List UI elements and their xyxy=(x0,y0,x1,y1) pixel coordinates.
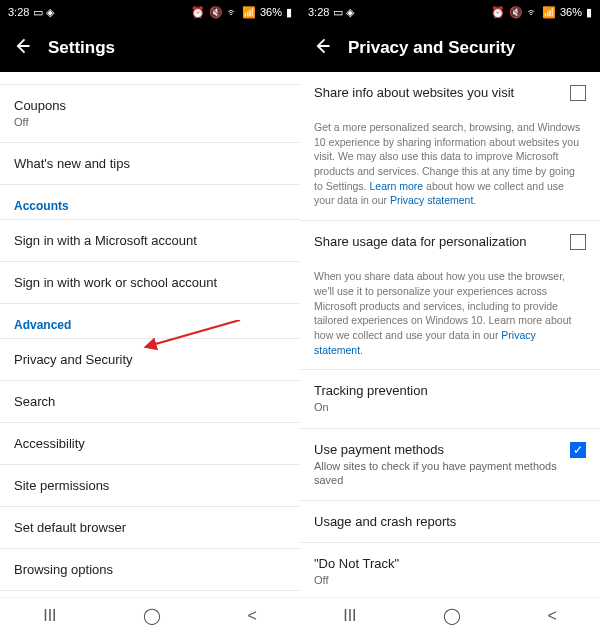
accounts-header: Accounts xyxy=(0,185,300,220)
recents-button[interactable]: III xyxy=(43,607,56,625)
mute-icon: 🔇 xyxy=(509,6,523,19)
back-sys-button[interactable]: < xyxy=(247,607,256,625)
browsingopts-row[interactable]: Browsing options xyxy=(0,549,300,591)
wifi-icon: ᯤ xyxy=(227,6,238,18)
battery-icon: ▮ xyxy=(586,6,592,19)
shareinfo-row[interactable]: Share info about websites you visit xyxy=(300,72,600,114)
shareusage-row[interactable]: Share usage data for personalization xyxy=(300,221,600,263)
search-row[interactable]: Search xyxy=(0,381,300,423)
battery-text: 36% xyxy=(560,6,582,18)
accessibility-row[interactable]: Accessibility xyxy=(0,423,300,465)
signin-ms-row[interactable]: Sign in with a Microsoft account xyxy=(0,220,300,262)
defbrowser-label: Set default browser xyxy=(14,520,286,535)
back-sys-button[interactable]: < xyxy=(547,607,556,625)
back-button[interactable] xyxy=(12,36,32,60)
page-title: Settings xyxy=(48,38,115,58)
shareinfo-label: Share info about websites you visit xyxy=(314,85,558,100)
siteperm-row[interactable]: Site permissions xyxy=(0,465,300,507)
tracking-row[interactable]: Tracking prevention On xyxy=(300,370,600,428)
notif-icon: ▭ ◈ xyxy=(33,6,54,19)
shareinfo-checkbox[interactable] xyxy=(570,85,586,101)
signal-icon: 📶 xyxy=(242,6,256,19)
mute-icon: 🔇 xyxy=(209,6,223,19)
battery-text: 36% xyxy=(260,6,282,18)
defbrowser-row[interactable]: Set default browser xyxy=(0,507,300,549)
advanced-header: Advanced xyxy=(0,304,300,339)
accessibility-label: Accessibility xyxy=(14,436,286,451)
home-button[interactable]: ◯ xyxy=(443,606,461,625)
recents-button[interactable]: III xyxy=(343,607,356,625)
tracking-label: Tracking prevention xyxy=(314,383,586,398)
whatsnew-label: What's new and tips xyxy=(14,156,286,171)
status-time: 3:28 xyxy=(8,6,29,18)
home-button[interactable]: ◯ xyxy=(143,606,161,625)
privacy-list[interactable]: Share info about websites you visit Get … xyxy=(300,72,600,597)
wifi-icon: ᯤ xyxy=(527,6,538,18)
app-bar: Settings xyxy=(0,24,300,72)
status-bar: 3:28 ▭ ◈ ⏰ 🔇 ᯤ 📶 36% ▮ xyxy=(300,0,600,24)
page-title: Privacy and Security xyxy=(348,38,515,58)
dnt-sub: Off xyxy=(314,573,586,587)
system-navbar: III ◯ < xyxy=(0,597,300,633)
privacy-label: Privacy and Security xyxy=(14,352,286,367)
usage-row[interactable]: Usage and crash reports xyxy=(300,501,600,543)
alarm-icon: ⏰ xyxy=(491,6,505,19)
coupons-label: Coupons xyxy=(14,98,286,113)
shareusage-label: Share usage data for personalization xyxy=(314,234,558,249)
alarm-icon: ⏰ xyxy=(191,6,205,19)
settings-list[interactable]: Coupons Off What's new and tips Accounts… xyxy=(0,72,300,597)
status-bar: 3:28 ▭ ◈ ⏰ 🔇 ᯤ 📶 36% ▮ xyxy=(0,0,300,24)
search-label: Search xyxy=(14,394,286,409)
privacy-statement-link[interactable]: Privacy statement xyxy=(390,194,473,206)
payment-row[interactable]: Use payment methods Allow sites to check… xyxy=(300,429,600,502)
privacy-row[interactable]: Privacy and Security xyxy=(0,339,300,381)
shareusage-checkbox[interactable] xyxy=(570,234,586,250)
shareusage-desc: When you share data about how you use th… xyxy=(300,263,600,370)
dnt-row[interactable]: "Do Not Track" Off xyxy=(300,543,600,597)
learn-more-link[interactable]: Learn more xyxy=(369,180,423,192)
signin-work-row[interactable]: Sign in with work or school account xyxy=(0,262,300,304)
browsingopts-label: Browsing options xyxy=(14,562,286,577)
signin-work-label: Sign in with work or school account xyxy=(14,275,286,290)
dnt-label: "Do Not Track" xyxy=(314,556,586,571)
usage-label: Usage and crash reports xyxy=(314,514,586,529)
shareinfo-desc-t3: . xyxy=(473,194,476,206)
whatsnew-row[interactable]: What's new and tips xyxy=(0,143,300,185)
coupons-sub: Off xyxy=(14,115,286,129)
status-time: 3:28 xyxy=(308,6,329,18)
tracking-sub: On xyxy=(314,400,586,414)
battery-icon: ▮ xyxy=(286,6,292,19)
signal-icon: 📶 xyxy=(542,6,556,19)
back-button[interactable] xyxy=(312,36,332,60)
shareusage-desc-t2: . xyxy=(360,344,363,356)
payment-checkbox[interactable]: ✓ xyxy=(570,442,586,458)
signin-ms-label: Sign in with a Microsoft account xyxy=(14,233,286,248)
app-bar: Privacy and Security xyxy=(300,24,600,72)
shareinfo-desc: Get a more personalized search, browsing… xyxy=(300,114,600,221)
prev-row-fragment[interactable] xyxy=(0,72,300,85)
coupons-row[interactable]: Coupons Off xyxy=(0,85,300,143)
payment-label: Use payment methods xyxy=(314,442,558,457)
privacy-screen: 3:28 ▭ ◈ ⏰ 🔇 ᯤ 📶 36% ▮ Privacy and Secur… xyxy=(300,0,600,633)
siteperm-label: Site permissions xyxy=(14,478,286,493)
system-navbar: III ◯ < xyxy=(300,597,600,633)
payment-sub: Allow sites to check if you have payment… xyxy=(314,459,558,488)
settings-screen: 3:28 ▭ ◈ ⏰ 🔇 ᯤ 📶 36% ▮ Settings Coupons … xyxy=(0,0,300,633)
notif-icon: ▭ ◈ xyxy=(333,6,354,19)
